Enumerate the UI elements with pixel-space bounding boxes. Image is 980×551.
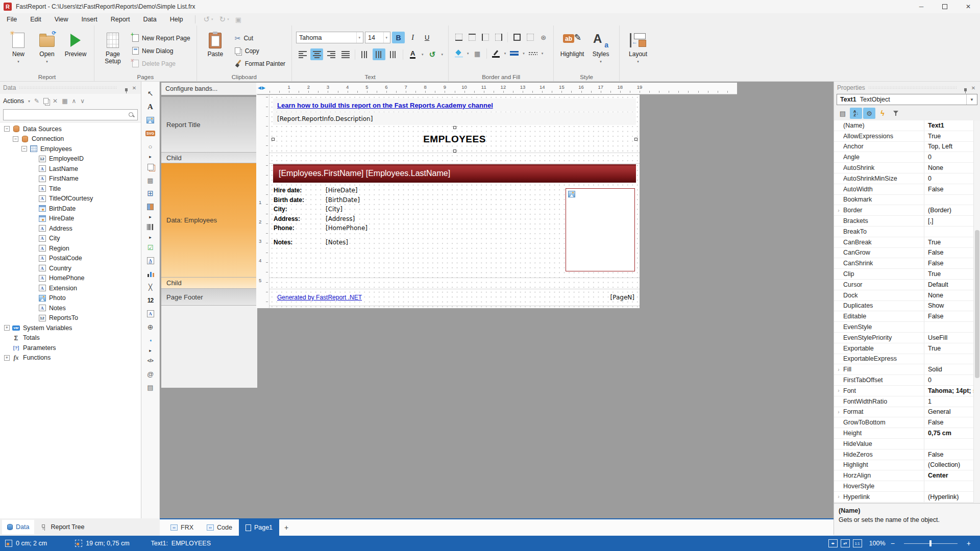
band-data-employees[interactable]: Data: Employees [161, 163, 257, 278]
fill-color-caret-icon[interactable]: ▾ [467, 52, 469, 56]
property-value[interactable]: Top, Left [924, 142, 973, 152]
line-style-caret-icon[interactable]: ▾ [542, 52, 544, 56]
property-value[interactable]: True [924, 269, 973, 279]
richtext-object-icon[interactable]: A [144, 254, 157, 267]
tree-item-firstname[interactable]: AFirstName [0, 174, 141, 184]
property-value[interactable]: 0 [924, 173, 973, 184]
tree-item-city[interactable]: ACity [0, 234, 141, 244]
tab-code[interactable]: ‹› Code [200, 519, 239, 536]
tree-item-extension[interactable]: AExtension [0, 283, 141, 293]
tree-item-postalcode[interactable]: APostalCode [0, 254, 141, 264]
text-rotation-caret-icon[interactable]: ▾ [442, 53, 444, 57]
text-rotation-button[interactable]: ↺ [426, 48, 439, 60]
tree-item-country[interactable]: ACountry [0, 263, 141, 273]
alphabetical-sort-button[interactable]: AZ↓ [850, 108, 862, 119]
property-value[interactable]: False [924, 248, 973, 258]
property-row-Dock[interactable]: DockNone [834, 290, 980, 301]
close-panel-icon[interactable]: ✕ [131, 85, 138, 91]
valign-center-button[interactable] [373, 48, 385, 60]
align-justify-button[interactable] [339, 48, 352, 60]
field-value-object[interactable]: [Address] [326, 215, 355, 222]
tree-item-parameters[interactable]: [?]Parameters [0, 343, 141, 353]
pagenumber-object-icon[interactable]: 12 [144, 294, 157, 307]
gauge-object-icon[interactable]: ◔ [144, 334, 157, 347]
table-object-icon[interactable]: ⊞ [144, 187, 157, 200]
tree-expander-icon[interactable]: + [4, 325, 10, 331]
tab-data[interactable]: Data [2, 520, 34, 534]
property-value[interactable] [924, 354, 973, 364]
font-color-caret-icon[interactable]: ▾ [422, 53, 424, 57]
property-value[interactable]: 1 [924, 396, 973, 407]
panel-grip[interactable] [868, 86, 957, 90]
more-arrow-icon[interactable]: ▸ [144, 213, 157, 220]
edit-datasource-icon[interactable]: ✎ [34, 97, 39, 105]
property-row-Bookmark[interactable]: Bookmark [834, 195, 980, 206]
property-row-Brackets[interactable]: Brackets[,] [834, 216, 980, 227]
new-dialog-button[interactable]: New Dialog [130, 44, 192, 57]
align-right-button[interactable] [325, 48, 337, 60]
line-object-icon[interactable]: ╳ [144, 281, 157, 294]
font-name-caret-icon[interactable]: ▾ [356, 32, 361, 43]
property-row-Hyperlink[interactable]: ›Hyperlink(Hyperlink) [834, 492, 980, 503]
filter-button[interactable] [890, 108, 902, 119]
cut-button[interactable]: ✂ Cut [233, 32, 287, 44]
property-row-CanShrink[interactable]: CanShrinkFalse [834, 258, 980, 269]
zoom-slider[interactable] [904, 540, 958, 547]
line-width-button[interactable] [508, 48, 520, 59]
preview-button[interactable]: Preview [61, 30, 90, 58]
property-row-Fill[interactable]: ›FillSolid [834, 364, 980, 375]
property-row-EvenStylePriority[interactable]: EvenStylePriorityUseFill [834, 333, 980, 343]
font-color-button[interactable]: A [406, 48, 419, 60]
property-value[interactable]: 0 [924, 375, 973, 385]
property-value[interactable]: True [924, 343, 973, 354]
delete-datasource-icon[interactable]: ✕ [53, 97, 58, 105]
tree-item-photo[interactable]: Photo [0, 293, 141, 304]
object-selector[interactable]: Text1 TextObject ▼ [837, 94, 977, 105]
line-color-caret-icon[interactable]: ▾ [504, 52, 506, 56]
select-tool-icon[interactable]: ↖ [144, 87, 157, 100]
field-label-object[interactable]: Notes: [274, 239, 326, 246]
property-value[interactable]: True [924, 237, 973, 247]
selection-handle-right[interactable] [634, 138, 638, 141]
search-input[interactable] [3, 109, 138, 120]
property-row-CanGrow[interactable]: CanGrowFalse [834, 248, 980, 259]
field-label-object[interactable]: Birth date: [274, 196, 326, 204]
save-button[interactable]: ▣ [235, 16, 241, 23]
new-caret-icon[interactable]: ▾ [17, 60, 19, 64]
subreport-object-icon[interactable] [144, 160, 157, 173]
text-object-icon[interactable]: A [144, 100, 157, 113]
more-arrow-icon[interactable]: ▸ [144, 234, 157, 241]
tree-item-system-variables[interactable]: +varSystem Variables [0, 323, 141, 333]
property-row-Editable[interactable]: EditableFalse [834, 311, 980, 322]
selection-handle-top[interactable] [453, 126, 456, 129]
property-row-HoverStyle[interactable]: HoverStyle [834, 481, 980, 492]
panel-grip[interactable] [19, 86, 117, 90]
html-object-icon[interactable]: </> [144, 354, 157, 367]
property-value[interactable]: Solid [924, 364, 973, 374]
actions-caret-icon[interactable]: ▾ [28, 99, 30, 104]
maximize-button[interactable] [933, 0, 957, 13]
align-center-button[interactable] [310, 48, 323, 60]
svg-object-icon[interactable]: SVG [144, 127, 157, 140]
property-value[interactable]: False [924, 311, 973, 321]
layout-caret-icon[interactable]: ▾ [637, 60, 639, 64]
property-row-Duplicates[interactable]: DuplicatesShow [834, 301, 980, 312]
tree-item-employeeid[interactable]: 12EmployeeID [0, 154, 141, 164]
property-row-Exportable[interactable]: ExportableTrue [834, 343, 980, 354]
highlight-button[interactable]: ab✎ Highlight [558, 30, 586, 58]
valign-top-button[interactable] [358, 48, 371, 60]
property-row-Format[interactable]: ›FormatGeneral [834, 407, 980, 418]
property-row-BreakTo[interactable]: BreakTo [834, 227, 980, 237]
property-row-HorzAlign[interactable]: HorzAlignCenter [834, 470, 980, 481]
field-label-object[interactable]: Phone: [274, 224, 326, 232]
property-value[interactable] [924, 439, 973, 449]
move-up-icon[interactable]: ∧ [71, 97, 76, 105]
property-row-Border[interactable]: ›Border(Border) [834, 205, 980, 216]
tree-item-notes[interactable]: ANotes [0, 303, 141, 313]
format-painter-button[interactable]: Format Painter [233, 57, 287, 70]
tree-item-homephone[interactable]: AHomePhone [0, 273, 141, 284]
shape-object-icon[interactable]: ○ [144, 140, 157, 153]
property-row-ExportableExpress[interactable]: ExportableExpress [834, 354, 980, 365]
property-value[interactable]: None [924, 290, 973, 300]
menu-edit[interactable]: Edit [23, 13, 48, 26]
